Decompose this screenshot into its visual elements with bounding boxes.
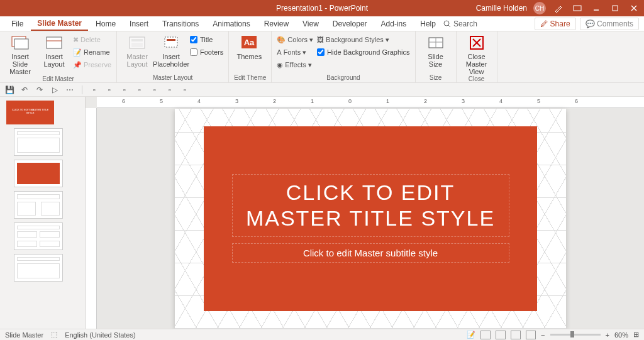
layout-thumbnail[interactable] — [14, 191, 63, 219]
qat-icon[interactable]: ▫ — [134, 84, 145, 96]
effects-icon: ◉ — [277, 61, 283, 69]
layout-thumbnail[interactable] — [14, 254, 63, 282]
title-placeholder[interactable]: CLICK TO EDIT MASTER TITLE STYLE — [232, 174, 509, 237]
pen-icon[interactable] — [552, 2, 565, 14]
redo-icon[interactable]: ↷ — [34, 84, 45, 96]
tab-animations[interactable]: Animations — [206, 16, 256, 31]
language-label[interactable]: English (United States) — [65, 331, 136, 339]
search-box[interactable]: Search — [443, 19, 477, 28]
chevron-down-icon: ▾ — [303, 48, 306, 57]
insert-placeholder-button[interactable]: Insert Placeholder — [156, 34, 186, 68]
tab-insert[interactable]: Insert — [123, 16, 155, 31]
view-mode-label: Slide Master — [5, 331, 43, 339]
user-avatar[interactable]: CH — [533, 2, 546, 14]
svg-rect-0 — [574, 6, 581, 11]
slide-size-button[interactable]: Slide Size — [421, 34, 451, 68]
tab-addins[interactable]: Add-ins — [375, 16, 413, 31]
comments-button[interactable]: 💬 Comments — [580, 18, 639, 30]
qat-icon[interactable]: ▫ — [149, 84, 160, 96]
themes-button[interactable]: Aa Themes — [234, 34, 264, 60]
horizontal-ruler[interactable]: 6 5 4 3 2 1 0 1 2 3 4 5 6 — [97, 97, 644, 108]
tab-review[interactable]: Review — [258, 16, 295, 31]
document-title: Presentation1 - PowerPoint — [276, 4, 368, 13]
notes-button[interactable]: 📝 — [467, 331, 475, 339]
share-button[interactable]: 🖉 Share — [535, 18, 575, 30]
svg-point-5 — [444, 21, 449, 26]
group-edit-master: Insert Slide Master Insert Layout ✖Delet… — [0, 31, 117, 82]
master-layout-button[interactable]: Master Layout — [122, 34, 152, 68]
subtitle-placeholder[interactable]: Click to edit Master subtitle style — [232, 243, 509, 263]
master-thumbnail[interactable]: CLICK TO EDIT MASTER TITLE STYLE — [6, 101, 54, 124]
slide-master[interactable]: CLICK TO EDIT MASTER TITLE STYLE Click t… — [175, 109, 566, 329]
fonts-button[interactable]: AFonts ▾ — [277, 47, 313, 58]
group-size: Slide Size Size — [416, 31, 457, 82]
tab-developer[interactable]: Developer — [326, 16, 374, 31]
footers-checkbox[interactable]: Footers — [190, 47, 223, 58]
thumbnail-panel[interactable]: CLICK TO EDIT MASTER TITLE STYLE — [0, 97, 86, 329]
layout-icon — [44, 34, 64, 52]
vertical-ruler[interactable] — [86, 108, 97, 329]
status-bar: Slide Master ⬚ English (United States) 📝… — [0, 329, 644, 340]
zoom-in-button[interactable]: + — [606, 331, 609, 339]
tab-slide-master[interactable]: Slide Master — [31, 16, 88, 31]
maximize-icon[interactable] — [609, 2, 621, 14]
slide-sorter-button[interactable] — [496, 331, 506, 339]
more-icon[interactable]: ⋯ — [64, 84, 75, 96]
svg-rect-2 — [613, 6, 618, 11]
tab-file[interactable]: File — [5, 16, 30, 31]
rename-button[interactable]: 📝Rename — [73, 47, 111, 58]
tab-view[interactable]: View — [296, 16, 325, 31]
effects-button[interactable]: ◉Effects ▾ — [277, 59, 313, 70]
tab-help[interactable]: Help — [414, 16, 442, 31]
group-label: Size — [421, 74, 451, 81]
group-background: 🎨Colors ▾ AFonts ▾ ◉Effects ▾ 🖼Backgroun… — [272, 31, 415, 82]
minimize-icon[interactable] — [590, 2, 602, 14]
search-label: Search — [453, 19, 477, 28]
layout-thumbnail[interactable] — [14, 128, 63, 156]
rename-icon: 📝 — [73, 48, 82, 57]
zoom-slider[interactable] — [550, 334, 601, 336]
slideshow-button[interactable] — [526, 331, 536, 339]
fit-to-window-button[interactable]: ⊞ — [633, 331, 639, 339]
delete-button[interactable]: ✖Delete — [73, 34, 111, 45]
qat-icon[interactable]: ▫ — [104, 84, 115, 96]
delete-icon: ✖ — [73, 36, 79, 44]
colors-button[interactable]: 🎨Colors ▾ — [277, 34, 313, 45]
svg-line-6 — [448, 25, 450, 27]
preserve-icon: 📌 — [73, 61, 82, 69]
qat-icon[interactable]: ▫ — [89, 84, 100, 96]
ribbon-display-icon[interactable] — [571, 2, 584, 14]
hide-bg-checkbox[interactable]: Hide Background Graphics — [317, 47, 409, 58]
undo-icon[interactable]: ↶ — [19, 84, 30, 96]
normal-view-button[interactable] — [480, 331, 491, 339]
zoom-level[interactable]: 60% — [614, 331, 628, 339]
main-area: CLICK TO EDIT MASTER TITLE STYLE — [0, 97, 644, 329]
svg-rect-8 — [14, 39, 28, 49]
slide-canvas[interactable]: CLICK TO EDIT MASTER TITLE STYLE Click t… — [97, 108, 644, 329]
qat-icon[interactable]: ▫ — [179, 84, 191, 96]
start-from-beginning-icon[interactable]: ▷ — [49, 84, 60, 96]
bg-styles-button[interactable]: 🖼Background Styles ▾ — [317, 34, 409, 45]
slide-master-icon — [10, 34, 30, 52]
qat-icon[interactable]: ▫ — [119, 84, 130, 96]
user-name[interactable]: Camille Holden — [476, 4, 527, 13]
qat-icon[interactable]: ▫ — [164, 84, 175, 96]
close-icon[interactable] — [628, 2, 640, 14]
preserve-button[interactable]: 📌Preserve — [73, 59, 111, 70]
close-master-view-button[interactable]: Close Master View — [462, 34, 492, 75]
layout-thumbnail[interactable] — [14, 160, 63, 187]
tab-transitions[interactable]: Transitions — [156, 16, 205, 31]
layout-thumbnail[interactable] — [14, 222, 63, 250]
title-checkbox[interactable]: Title — [190, 34, 223, 45]
zoom-out-button[interactable]: − — [541, 331, 545, 339]
group-master-layout: Master Layout Insert Placeholder Title F… — [117, 31, 229, 82]
save-icon[interactable]: 💾 — [4, 84, 15, 96]
tab-home[interactable]: Home — [89, 16, 122, 31]
search-icon — [443, 20, 451, 28]
svg-rect-13 — [131, 43, 143, 47]
insert-layout-button[interactable]: Insert Layout — [39, 34, 69, 68]
accessibility-icon[interactable]: ⬚ — [51, 331, 57, 339]
group-label: Background — [277, 74, 409, 81]
reading-view-button[interactable] — [511, 331, 521, 339]
insert-slide-master-button[interactable]: Insert Slide Master — [5, 34, 35, 75]
